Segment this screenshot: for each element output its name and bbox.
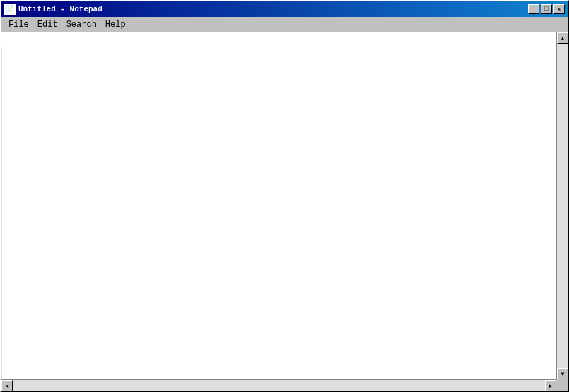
title-bar-left: 📄 Untitled - Notepad: [4, 4, 102, 15]
menu-help[interactable]: Help: [101, 18, 130, 31]
minimize-button[interactable]: _: [528, 4, 539, 14]
scroll-up-button[interactable]: ▲: [557, 32, 568, 44]
title-bar: 📄 Untitled - Notepad _ □ ✕: [1, 1, 568, 17]
window-controls: _ □ ✕: [528, 4, 565, 14]
menu-edit[interactable]: Edit: [33, 18, 62, 31]
notepad-window: 📄 Untitled - Notepad _ □ ✕ File Edit Sea…: [0, 0, 569, 392]
scroll-right-button[interactable]: ►: [545, 380, 556, 391]
scroll-down-button[interactable]: ▼: [557, 368, 568, 379]
scroll-corner: [556, 379, 568, 391]
horizontal-scrollbar[interactable]: ◄ ►: [1, 379, 556, 391]
scroll-track-v[interactable]: [557, 44, 568, 368]
scroll-track-h[interactable]: [13, 380, 545, 391]
editor-container: - # # ## ## + +++## + ♥ ♥ +### ## ++####…: [1, 32, 568, 391]
menu-search[interactable]: Search: [62, 18, 101, 31]
window-title: Untitled - Notepad: [18, 5, 102, 13]
scroll-left-button[interactable]: ◄: [1, 380, 13, 391]
close-button[interactable]: ✕: [553, 4, 565, 14]
vertical-scrollbar[interactable]: ▲ ▼: [556, 32, 568, 379]
app-icon: 📄: [4, 4, 16, 15]
maximize-button[interactable]: □: [541, 4, 552, 14]
menu-file[interactable]: File: [4, 18, 33, 31]
menu-bar: File Edit Search Help: [1, 17, 568, 32]
text-area[interactable]: - # # ## ## + +++## + ♥ ♥ +### ## ++####…: [1, 32, 568, 47]
